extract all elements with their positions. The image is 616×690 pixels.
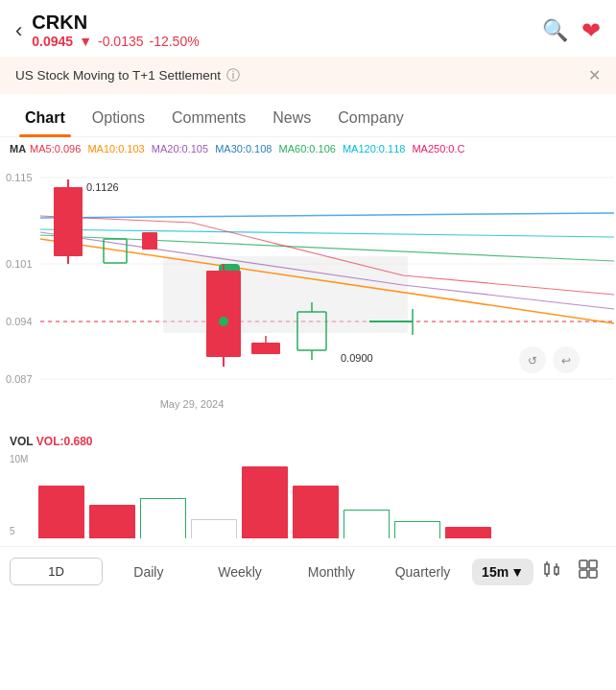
vol-y-top: 10M <box>10 454 28 464</box>
vol-y-labels: 10M 5 <box>10 452 28 538</box>
vol-y-mid: 5 <box>10 526 28 536</box>
vol-bar-6 <box>293 486 339 538</box>
vol-bar-7 <box>344 510 390 538</box>
svg-text:0.115: 0.115 <box>6 172 33 183</box>
price-change: -0.0135 <box>98 34 143 49</box>
period-daily-button[interactable]: Daily <box>103 557 194 587</box>
period-1d-button[interactable]: 1D <box>10 558 103 585</box>
period-weekly-button[interactable]: Weekly <box>194 557 285 587</box>
svg-text:0.101: 0.101 <box>6 258 33 270</box>
tab-chart[interactable]: Chart <box>12 104 79 136</box>
svg-text:0.1126: 0.1126 <box>86 181 119 193</box>
svg-text:May 29, 2024: May 29, 2024 <box>160 398 225 410</box>
banner-info-icon[interactable]: ⓘ <box>226 67 240 84</box>
vol-bar-8 <box>394 521 440 538</box>
ticker-symbol: CRKN <box>32 12 199 34</box>
svg-text:0.0900: 0.0900 <box>341 352 373 364</box>
vol-chart: 10M 5 <box>10 452 606 538</box>
tabs-bar: Chart Options Comments News Company <box>0 94 616 137</box>
price-chart[interactable]: 0.115 0.101 0.094 0.087 0.1126 <box>0 160 616 429</box>
ma120-value: MA120:0.118 <box>343 143 405 155</box>
ma20-value: MA20:0.105 <box>152 143 208 155</box>
svg-text:0.094: 0.094 <box>6 316 33 327</box>
bottom-toolbar: 1D Daily Weekly Monthly Quarterly 15m ▼ <box>0 546 616 596</box>
ticker-price-row: 0.0945 ▼ -0.0135 -12.50% <box>32 34 199 49</box>
tab-options[interactable]: Options <box>79 104 158 136</box>
candlestick-type-button[interactable] <box>533 555 570 588</box>
interval-label: 15m <box>482 564 509 580</box>
vol-label: VOL <box>10 435 33 448</box>
layout-button[interactable] <box>570 555 606 588</box>
vol-bars <box>12 452 604 538</box>
svg-text:↩: ↩ <box>561 354 571 368</box>
ticker-info: CRKN 0.0945 ▼ -0.0135 -12.50% <box>32 12 199 49</box>
ma250-value: MA250:0.C <box>412 143 464 155</box>
vol-bar-1 <box>38 486 84 538</box>
vol-bar-2 <box>89 505 135 538</box>
ma-row: MA MA5:0.096 MA10:0.103 MA20:0.105 MA30:… <box>0 137 616 160</box>
svg-rect-22 <box>251 343 280 354</box>
svg-rect-35 <box>545 564 549 574</box>
period-monthly-button[interactable]: Monthly <box>286 557 377 587</box>
header-right: 🔍 ❤ <box>542 17 601 44</box>
header: ‹ CRKN 0.0945 ▼ -0.0135 -12.50% 🔍 ❤ <box>0 0 616 57</box>
vol-header: VOL VOL:0.680 <box>10 435 606 448</box>
svg-rect-44 <box>589 570 597 578</box>
svg-point-21 <box>219 317 228 326</box>
svg-rect-43 <box>580 570 587 578</box>
vol-bar-4 <box>191 519 237 538</box>
tab-company[interactable]: Company <box>324 104 416 136</box>
svg-text:↺: ↺ <box>528 354 537 368</box>
price-arrow: ▼ <box>79 34 92 49</box>
banner-close-button[interactable]: ✕ <box>588 66 601 84</box>
price-pct: -12.50% <box>150 34 200 49</box>
ma5-value: MA5:0.096 <box>30 143 81 155</box>
header-left: ‹ CRKN 0.0945 ▼ -0.0135 -12.50% <box>15 12 200 49</box>
ma-label: MA <box>10 143 26 155</box>
heart-icon[interactable]: ❤ <box>581 17 601 44</box>
svg-text:0.087: 0.087 <box>6 373 33 385</box>
tab-news[interactable]: News <box>259 104 324 136</box>
period-quarterly-button[interactable]: Quarterly <box>377 557 468 587</box>
svg-rect-18 <box>206 271 241 357</box>
svg-rect-15 <box>142 232 157 250</box>
tab-comments[interactable]: Comments <box>158 104 259 136</box>
ma10-value: MA10:0.103 <box>87 143 144 155</box>
vol-bar-5 <box>242 466 288 538</box>
interval-button[interactable]: 15m ▼ <box>472 559 533 585</box>
search-icon[interactable]: 🔍 <box>542 18 568 43</box>
chart-svg: 0.115 0.101 0.094 0.087 0.1126 <box>0 160 616 429</box>
vol-bar-9 <box>445 527 491 538</box>
vol-value: VOL:0.680 <box>36 435 93 448</box>
svg-rect-42 <box>589 560 597 568</box>
ma60-value: MA60:0.106 <box>279 143 336 155</box>
banner-text: US Stock Moving to T+1 Settlement <box>15 68 221 83</box>
back-button[interactable]: ‹ <box>15 20 22 41</box>
svg-rect-10 <box>54 187 83 256</box>
vol-bar-3 <box>140 498 186 538</box>
ma30-value: MA30:0.108 <box>215 143 272 155</box>
svg-rect-41 <box>580 560 587 568</box>
banner-left: US Stock Moving to T+1 Settlement ⓘ <box>15 67 240 84</box>
banner: US Stock Moving to T+1 Settlement ⓘ ✕ <box>0 57 616 94</box>
price-current: 0.0945 <box>32 34 73 49</box>
vol-section: VOL VOL:0.680 10M 5 <box>0 429 616 538</box>
svg-rect-38 <box>555 567 558 574</box>
interval-arrow-icon: ▼ <box>510 564 524 580</box>
